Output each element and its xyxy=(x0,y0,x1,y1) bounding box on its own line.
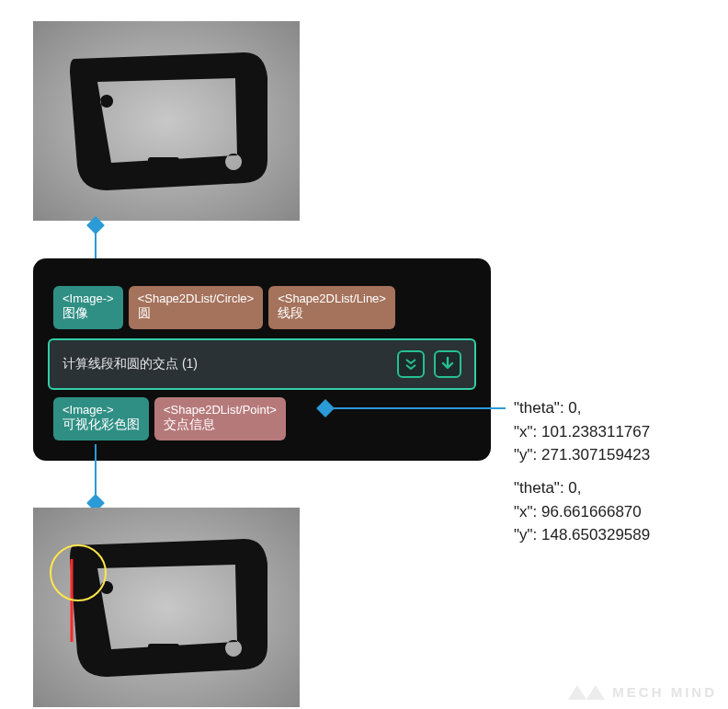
output-image-preview xyxy=(33,508,300,707)
watermark-text: MECH MIND xyxy=(612,684,717,700)
port-type: <Shape2DList/Point> xyxy=(164,403,277,417)
point-result-0: "theta": 0, "x": 101.238311767 "y": 271.… xyxy=(514,396,650,467)
svg-rect-0 xyxy=(148,157,179,174)
download-arrow-icon xyxy=(441,357,454,372)
result-line: "theta": 0, xyxy=(514,476,650,500)
run-button[interactable] xyxy=(434,350,461,378)
node-input-row: <Image-> 图像 <Shape2DList/Circle> 圆 <Shap… xyxy=(33,258,491,329)
svg-marker-4 xyxy=(586,685,605,700)
result-line: "x": 101.238311767 xyxy=(514,420,650,444)
port-label: 可视化彩色图 xyxy=(63,417,140,433)
input-port-line[interactable]: <Shape2DList/Line> 线段 xyxy=(268,286,395,329)
svg-marker-3 xyxy=(568,685,586,700)
result-line: "y": 148.650329589 xyxy=(514,523,650,547)
output-port-points[interactable]: <Shape2DList/Point> 交点信息 xyxy=(154,397,286,440)
node-panel: <Image-> 图像 <Shape2DList/Circle> 圆 <Shap… xyxy=(33,258,491,461)
node-header[interactable]: 计算线段和圆的交点 (1) xyxy=(48,338,476,390)
output-port-image[interactable]: <Image-> 可视化彩色图 xyxy=(53,397,149,440)
node-header-buttons xyxy=(397,350,461,378)
result-line: "x": 96.661666870 xyxy=(514,500,650,524)
port-type: <Shape2DList/Line> xyxy=(278,292,386,306)
port-type: <Image-> xyxy=(63,292,114,306)
point-result-1: "theta": 0, "x": 96.661666870 "y": 148.6… xyxy=(514,476,650,547)
collapse-button[interactable] xyxy=(397,350,425,378)
input-port-image[interactable]: <Image-> 图像 xyxy=(53,286,123,329)
svg-rect-1 xyxy=(148,644,179,660)
input-port-circle[interactable]: <Shape2DList/Circle> 圆 xyxy=(129,286,263,329)
watermark: MECH MIND xyxy=(568,681,717,702)
port-type: <Shape2DList/Circle> xyxy=(138,292,254,306)
port-label: 图像 xyxy=(63,306,114,322)
port-label: 圆 xyxy=(138,306,254,322)
watermark-logo-icon xyxy=(568,681,605,702)
node-title: 计算线段和圆的交点 (1) xyxy=(63,356,198,372)
result-line: "theta": 0, xyxy=(514,396,650,420)
detection-circle-overlay xyxy=(50,544,107,601)
double-chevron-down-icon xyxy=(404,357,418,372)
port-type: <Image-> xyxy=(63,403,140,417)
result-line: "y": 271.307159423 xyxy=(514,443,650,467)
port-label: 线段 xyxy=(278,306,386,322)
connector-line xyxy=(322,407,506,409)
node-output-row: <Image-> 可视化彩色图 <Shape2DList/Point> 交点信息 xyxy=(33,390,491,461)
part-silhouette-top xyxy=(61,45,272,197)
input-image-preview xyxy=(33,21,300,221)
port-label: 交点信息 xyxy=(164,417,277,433)
